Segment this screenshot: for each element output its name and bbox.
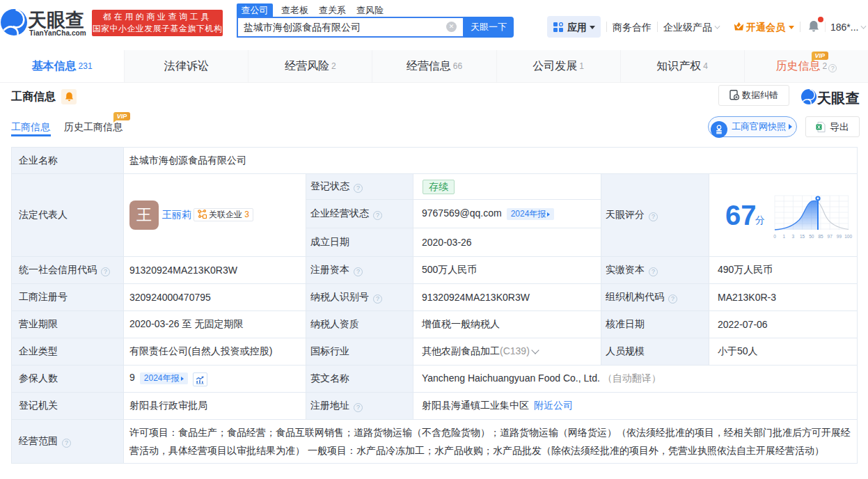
svg-text:50: 50	[809, 234, 814, 239]
svg-text:15: 15	[800, 234, 805, 239]
svg-text:85: 85	[818, 234, 823, 239]
svg-text:99: 99	[837, 234, 842, 239]
svg-text:1: 1	[782, 234, 785, 239]
svg-text:0: 0	[773, 234, 776, 239]
svg-text:100: 100	[844, 234, 852, 239]
svg-text:3: 3	[792, 234, 795, 239]
svg-text:97: 97	[828, 234, 833, 239]
